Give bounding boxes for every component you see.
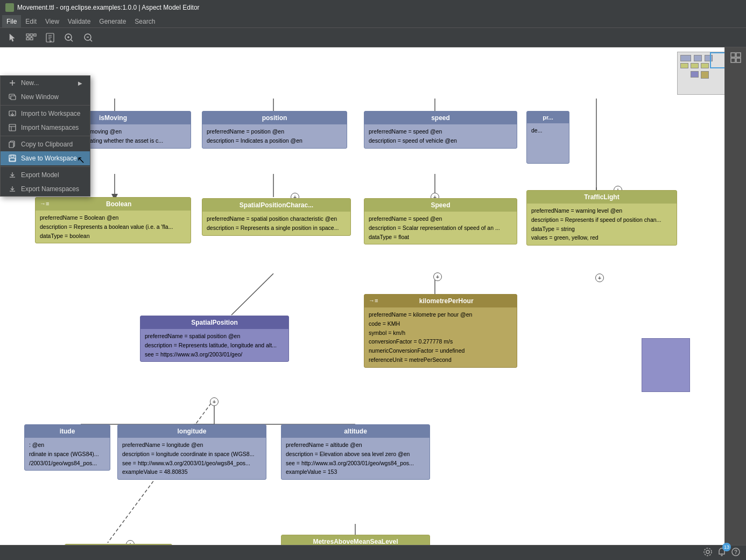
save-workspace-icon xyxy=(8,154,17,163)
main-content: isMoving preferredName = is moving @en d… xyxy=(0,47,746,560)
plus-spatialposition-bottom[interactable]: + xyxy=(210,397,219,406)
menu-file[interactable]: File xyxy=(2,15,21,27)
node-trafficlight-header: TrafficLight xyxy=(527,191,677,204)
zoom-out-button[interactable] xyxy=(80,30,97,45)
notification-count: 13 xyxy=(722,543,731,551)
svg-rect-38 xyxy=(11,96,16,100)
svg-point-54 xyxy=(704,548,712,556)
menu-separator-1 xyxy=(1,105,90,106)
svg-line-14 xyxy=(90,39,93,41)
plus-speed-char-bottom[interactable]: + xyxy=(433,272,442,281)
minimap-panel xyxy=(724,47,746,560)
import-workspace-icon xyxy=(8,109,17,118)
node-position-body: preferredName = position @en description… xyxy=(202,124,347,148)
node-speed-char-body: preferredName = speed @en description = … xyxy=(364,212,517,244)
node-altitude-header: altitude xyxy=(281,425,430,438)
menu-separator-2 xyxy=(1,136,90,136)
notifications-area: 13 xyxy=(717,547,727,559)
new-icon xyxy=(8,79,17,87)
node-latitude[interactable]: itude : @en rdinate in space (WGS84)... … xyxy=(24,424,110,471)
app-icon xyxy=(5,3,14,12)
menu-validate[interactable]: Validate xyxy=(64,15,95,27)
plus-trafficlight-bottom[interactable]: + xyxy=(595,274,604,282)
zoom-in-button[interactable] xyxy=(60,30,78,45)
export-namespaces-icon xyxy=(8,185,17,193)
node-kilometreperhour[interactable]: →≡kilometrePerHour preferredName = kilom… xyxy=(364,294,517,368)
node-kilometreperhour-body: preferredName = kilometre per hour @en c… xyxy=(364,307,517,367)
diagram-tool[interactable] xyxy=(23,31,40,44)
import-namespaces-icon xyxy=(8,123,17,132)
node-position-header: position xyxy=(202,111,347,124)
svg-rect-3 xyxy=(26,38,29,40)
node-speed-header: speed xyxy=(364,111,517,124)
statusbar: 13 ? xyxy=(0,545,746,560)
node-boolean-header: →≡Boolean xyxy=(36,198,191,211)
node-longitude-header: longitude xyxy=(118,425,266,438)
menu-export-namespaces[interactable]: Export Namespaces xyxy=(1,182,90,196)
help-icon[interactable]: ? xyxy=(731,547,741,559)
node-boolean[interactable]: →≡Boolean preferredName = Boolean @en de… xyxy=(35,197,191,243)
node-longitude-body: preferredName = longitude @en descriptio… xyxy=(118,438,266,479)
minimap-grid-icon[interactable] xyxy=(730,52,742,66)
node-speed-body: preferredName = speed @en description = … xyxy=(364,124,517,148)
copy-clipboard-icon xyxy=(8,140,17,149)
svg-line-11 xyxy=(71,39,73,41)
node-latitude-body: : @en rdinate in space (WGS84)... /2003/… xyxy=(25,438,110,470)
toolbar xyxy=(0,28,746,47)
node-boolean-body: preferredName = Boolean @en description … xyxy=(36,211,191,243)
svg-rect-1 xyxy=(30,34,33,36)
node-altitude[interactable]: altitude preferredName = altitude @en de… xyxy=(281,424,430,480)
svg-rect-4 xyxy=(30,38,33,40)
node-latitude-header: itude xyxy=(25,425,110,438)
menu-new[interactable]: New... ▶ xyxy=(1,76,90,90)
node-partial-right[interactable]: pr... de... xyxy=(526,111,569,164)
node-spatialposcharac-header: SpatialPositionCharac... xyxy=(202,199,350,212)
file-context-menu: New... ▶ New Window Impor xyxy=(0,75,90,197)
node-partial-purple-right[interactable] xyxy=(642,338,690,392)
menu-view[interactable]: View xyxy=(41,15,64,27)
node-spatialposition[interactable]: SpatialPosition preferredName = spatial … xyxy=(140,316,289,362)
menu-generate[interactable]: Generate xyxy=(95,15,130,27)
menu-export-model[interactable]: Export Model xyxy=(1,168,90,182)
svg-rect-34 xyxy=(736,58,741,62)
node-spatialposcharac-body: preferredName = spatial position charact… xyxy=(202,212,350,235)
svg-rect-41 xyxy=(9,124,16,131)
svg-line-18 xyxy=(231,274,273,315)
svg-rect-47 xyxy=(11,155,14,157)
svg-rect-0 xyxy=(26,34,29,36)
svg-rect-2 xyxy=(34,34,36,36)
node-longitude[interactable]: longitude preferredName = longitude @en … xyxy=(117,424,266,480)
svg-point-53 xyxy=(706,550,709,554)
menu-save-workspace[interactable]: Save to Workspace xyxy=(1,151,90,165)
node-position[interactable]: position preferredName = position @en de… xyxy=(202,111,347,149)
menu-import-namespaces[interactable]: Import Namespaces xyxy=(1,121,90,135)
node-speed-char[interactable]: Speed preferredName = speed @en descript… xyxy=(364,198,517,244)
svg-rect-33 xyxy=(731,58,735,62)
node-spatialposition-body: preferredName = spatial position @en des… xyxy=(140,329,288,361)
menu-new-window[interactable]: New Window xyxy=(1,90,90,104)
menu-separator-3 xyxy=(1,166,90,167)
svg-rect-45 xyxy=(9,142,13,148)
node-altitude-body: preferredName = altitude @en description… xyxy=(281,438,430,479)
menu-import-workspace[interactable]: Import to Workspace xyxy=(1,107,90,121)
node-spatialposcharac[interactable]: SpatialPositionCharac... preferredName =… xyxy=(202,198,351,236)
node-spatialposition-header: SpatialPosition xyxy=(140,316,288,329)
svg-rect-48 xyxy=(10,158,15,161)
node-speed[interactable]: speed preferredName = speed @en descript… xyxy=(364,111,517,149)
export-model-icon xyxy=(8,171,17,179)
node-trafficlight[interactable]: TrafficLight preferredName = warning lev… xyxy=(526,190,677,246)
menu-search[interactable]: Search xyxy=(130,15,159,27)
node-trafficlight-body: preferredName = warning level @en descri… xyxy=(527,204,677,245)
cursor-tool[interactable] xyxy=(4,31,20,45)
node-kilometreperhour-header: →≡kilometrePerHour xyxy=(364,295,517,307)
export-tool[interactable] xyxy=(42,30,58,45)
svg-rect-32 xyxy=(736,53,741,57)
node-speed-char-header: Speed xyxy=(364,199,517,212)
menu-edit[interactable]: Edit xyxy=(21,15,41,27)
new-window-icon xyxy=(8,93,17,101)
menubar: File Edit View Validate Generate Search xyxy=(0,15,746,28)
svg-rect-31 xyxy=(731,53,735,57)
menu-copy-clipboard[interactable]: Copy to Clipboard xyxy=(1,137,90,151)
settings-icon[interactable] xyxy=(703,547,713,559)
window-title: Movement.ttl - org.eclipse.examples:1.0.… xyxy=(17,4,200,11)
